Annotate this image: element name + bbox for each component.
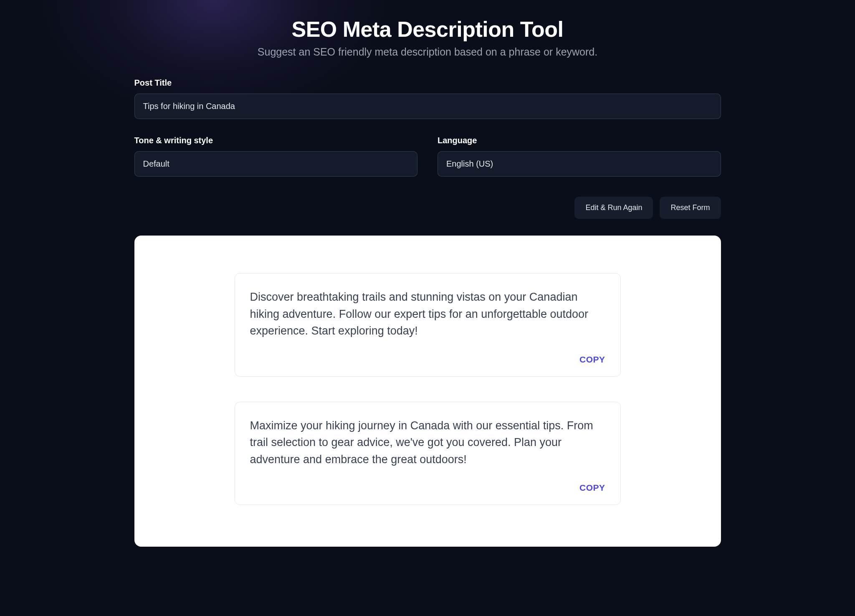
results-panel: Discover breathtaking trails and stunnin… (134, 236, 721, 547)
reset-form-button[interactable]: Reset Form (660, 197, 721, 219)
post-title-input[interactable] (134, 94, 721, 119)
language-label: Language (438, 136, 721, 145)
tone-select[interactable]: Default (134, 151, 418, 177)
result-text: Discover breathtaking trails and stunnin… (250, 289, 605, 340)
post-title-label: Post Title (134, 78, 721, 88)
page-title: SEO Meta Description Tool (134, 17, 721, 42)
copy-button[interactable]: COPY (579, 483, 605, 493)
edit-run-button[interactable]: Edit & Run Again (574, 197, 653, 219)
language-select[interactable]: English (US) (438, 151, 721, 177)
page-header: SEO Meta Description Tool Suggest an SEO… (134, 17, 721, 58)
result-card: Maximize your hiking journey in Canada w… (235, 402, 621, 505)
tone-label: Tone & writing style (134, 136, 418, 145)
action-buttons: Edit & Run Again Reset Form (134, 197, 721, 219)
result-card: Discover breathtaking trails and stunnin… (235, 273, 621, 377)
copy-button[interactable]: COPY (579, 355, 605, 365)
form-section: Post Title Tone & writing style Default … (134, 78, 721, 177)
result-text: Maximize your hiking journey in Canada w… (250, 417, 605, 468)
page-subtitle: Suggest an SEO friendly meta description… (134, 46, 721, 58)
